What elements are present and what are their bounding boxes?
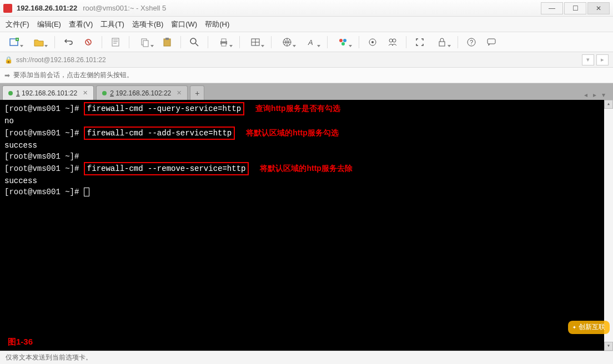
lock-icon: 🔒 bbox=[4, 56, 13, 64]
annotation-text: 查询http服务是否有勾选 bbox=[255, 104, 340, 113]
new-session-button[interactable] bbox=[4, 35, 24, 49]
tab-prev-button[interactable]: ◂ bbox=[582, 90, 590, 100]
status-text: 仅将文本发送到当前选项卡。 bbox=[6, 353, 92, 362]
svg-rect-10 bbox=[222, 43, 226, 46]
svg-point-7 bbox=[190, 38, 196, 44]
menu-view[interactable]: 查看(V) bbox=[69, 19, 93, 29]
svg-rect-2 bbox=[112, 38, 119, 46]
window-title-main: 192.168.26.101:22 bbox=[17, 4, 77, 12]
app-logo-icon bbox=[3, 4, 12, 13]
figure-label: 图1-36 bbox=[8, 336, 33, 347]
annotation-text: 将默认区域的http服务去除 bbox=[260, 164, 352, 173]
annotation-text: 将默认区域的http服务勾选 bbox=[246, 128, 338, 137]
scroll-up-button[interactable]: ▴ bbox=[604, 100, 613, 109]
address-bar: 🔒 ssh://root@192.168.26.101:22 ▾ ▸ bbox=[0, 52, 613, 68]
print-button[interactable] bbox=[214, 35, 234, 49]
svg-rect-6 bbox=[165, 38, 169, 40]
disconnect-button[interactable] bbox=[81, 35, 96, 49]
session-tab-1[interactable]: 1 192.168.26.101:22 ✕ bbox=[2, 85, 94, 100]
help-button[interactable]: ? bbox=[464, 35, 479, 49]
svg-point-14 bbox=[339, 39, 343, 42]
window-title-sub: root@vms001:~ - Xshell 5 bbox=[83, 4, 166, 12]
session-tab-bar: 1 192.168.26.101:22 ✕ 2 192.168.26.102:2… bbox=[0, 83, 613, 100]
tab-index: 2 bbox=[110, 89, 114, 97]
tab-label: 192.168.26.101:22 bbox=[22, 89, 77, 97]
address-go-button[interactable]: ▸ bbox=[596, 54, 609, 65]
maximize-button[interactable]: ☐ bbox=[564, 2, 586, 14]
cursor-icon bbox=[84, 188, 89, 196]
terminal-prompt: [root@vms001 ~]# bbox=[4, 129, 79, 138]
svg-text:?: ? bbox=[470, 39, 473, 46]
tab-nav: ◂ ▸ ▾ bbox=[582, 90, 611, 100]
menu-edit[interactable]: 编辑(E) bbox=[37, 19, 61, 29]
watermark: 创新互联 bbox=[568, 321, 610, 334]
scroll-down-button[interactable]: ▾ bbox=[604, 342, 613, 351]
script-button[interactable] bbox=[365, 35, 380, 49]
tab-list-button[interactable]: ▾ bbox=[600, 90, 607, 100]
terminal-prompt: [root@vms001 ~]# bbox=[4, 188, 79, 196]
address-text[interactable]: ssh://root@192.168.26.101:22 bbox=[16, 56, 580, 64]
menu-bar: 文件(F) 编辑(E) 查看(V) 工具(T) 选项卡(B) 窗口(W) 帮助(… bbox=[0, 17, 613, 32]
language-button[interactable] bbox=[277, 35, 297, 49]
reconnect-button[interactable] bbox=[61, 35, 76, 49]
add-tab-button[interactable]: + bbox=[190, 85, 204, 100]
terminal-command: firewall-cmd --remove-service=http bbox=[84, 162, 249, 175]
svg-rect-9 bbox=[222, 39, 226, 42]
tab-next-button[interactable]: ▸ bbox=[591, 90, 599, 100]
menu-tools[interactable]: 工具(T) bbox=[101, 19, 124, 29]
terminal-output: success bbox=[4, 175, 609, 186]
minimize-button[interactable]: — bbox=[541, 2, 563, 14]
terminal-output: success bbox=[4, 140, 609, 151]
svg-point-18 bbox=[371, 41, 374, 43]
menu-file[interactable]: 文件(F) bbox=[6, 19, 29, 29]
terminal[interactable]: [root@vms001 ~]# firewall-cmd --query-se… bbox=[0, 100, 613, 351]
arrow-icon[interactable]: ➡ bbox=[4, 72, 10, 79]
open-button[interactable] bbox=[29, 35, 49, 49]
svg-point-19 bbox=[389, 39, 393, 42]
status-dot-icon bbox=[8, 91, 13, 95]
close-button[interactable]: ✕ bbox=[587, 2, 610, 14]
fullscreen-button[interactable] bbox=[412, 35, 428, 49]
terminal-command: firewall-cmd --add-service=http bbox=[84, 127, 235, 140]
copy-button[interactable] bbox=[135, 35, 155, 49]
title-bar: 192.168.26.101:22 root@vms001:~ - Xshell… bbox=[0, 0, 613, 17]
font-button[interactable]: A bbox=[302, 35, 321, 49]
terminal-command: firewall-cmd --query-service=http bbox=[84, 102, 244, 115]
scroll-track[interactable] bbox=[604, 109, 613, 342]
find-button[interactable] bbox=[187, 35, 202, 49]
tab-index: 1 bbox=[16, 89, 20, 97]
watermark-text: 创新互联 bbox=[579, 322, 605, 333]
lock-button[interactable] bbox=[432, 35, 452, 49]
tab-label: 192.168.26.102:22 bbox=[115, 89, 171, 97]
properties-button[interactable] bbox=[108, 35, 123, 49]
hint-text: 要添加当前会话，点击左侧的箭头按钮。 bbox=[13, 70, 133, 80]
hint-bar: ➡ 要添加当前会话，点击左侧的箭头按钮。 bbox=[0, 68, 613, 83]
svg-rect-24 bbox=[488, 39, 495, 44]
menu-help[interactable]: 帮助(H) bbox=[205, 19, 229, 29]
layout-button[interactable] bbox=[245, 35, 265, 49]
svg-point-20 bbox=[393, 39, 396, 42]
terminal-scrollbar[interactable]: ▴ ▾ bbox=[604, 100, 613, 351]
svg-rect-21 bbox=[439, 42, 445, 46]
session-tab-2[interactable]: 2 192.168.26.102:22 ✕ bbox=[96, 85, 188, 100]
svg-point-16 bbox=[341, 42, 345, 46]
terminal-prompt: [root@vms001 ~]# bbox=[4, 164, 79, 173]
terminal-prompt: [root@vms001 ~]# bbox=[4, 152, 79, 161]
toolbar: A ? bbox=[0, 32, 613, 52]
menu-window[interactable]: 窗口(W) bbox=[171, 19, 197, 29]
close-tab-icon[interactable]: ✕ bbox=[83, 89, 88, 97]
users-button[interactable] bbox=[385, 35, 400, 49]
terminal-prompt: [root@vms001 ~]# bbox=[4, 104, 79, 113]
terminal-output: no bbox=[4, 115, 609, 127]
svg-point-15 bbox=[343, 39, 346, 42]
status-dot-icon bbox=[102, 91, 107, 95]
svg-rect-4 bbox=[143, 41, 148, 47]
svg-text:A: A bbox=[308, 38, 313, 47]
chat-button[interactable] bbox=[484, 35, 499, 49]
menu-tabs[interactable]: 选项卡(B) bbox=[132, 19, 163, 29]
color-button[interactable] bbox=[333, 35, 353, 49]
paste-button[interactable] bbox=[159, 35, 175, 49]
close-tab-icon[interactable]: ✕ bbox=[177, 89, 182, 97]
address-dropdown-button[interactable]: ▾ bbox=[582, 54, 594, 65]
status-bar: 仅将文本发送到当前选项卡。 bbox=[0, 351, 613, 364]
